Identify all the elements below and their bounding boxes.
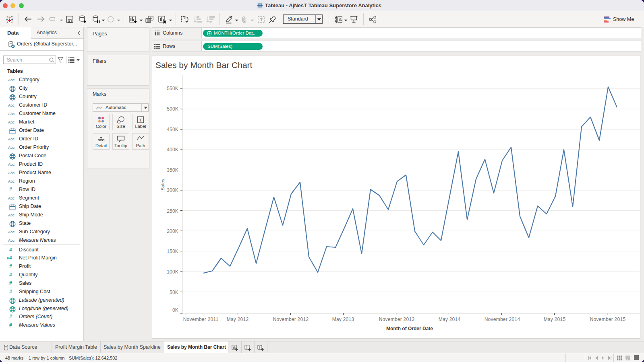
svg-text:T: T: [139, 118, 142, 122]
svg-text:T: T: [260, 17, 263, 22]
